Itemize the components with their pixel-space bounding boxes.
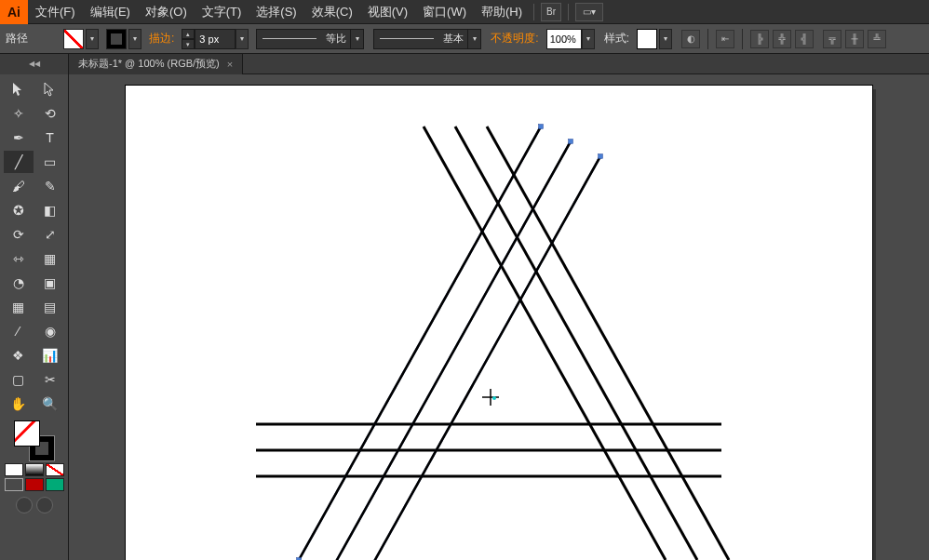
stroke-dropdown[interactable]: ▾ bbox=[128, 29, 141, 49]
type-tool[interactable]: T bbox=[35, 127, 65, 149]
recolor-artwork-icon[interactable]: ◐ bbox=[681, 30, 700, 48]
perspective-grid-tool[interactable]: ▣ bbox=[35, 272, 65, 294]
fill-stroke-indicator[interactable] bbox=[14, 420, 55, 461]
menu-window[interactable]: 窗口(W) bbox=[415, 0, 474, 24]
style-dropdown[interactable]: ▾ bbox=[659, 29, 672, 49]
color-mode-none[interactable] bbox=[46, 463, 64, 476]
menu-object[interactable]: 对象(O) bbox=[138, 0, 195, 24]
blob-brush-tool[interactable]: ✪ bbox=[4, 199, 34, 221]
paintbrush-tool[interactable]: 🖌 bbox=[4, 175, 34, 197]
profile-label: 等比 bbox=[322, 32, 350, 46]
arrange-documents-icon[interactable]: ▭▾ bbox=[575, 3, 603, 21]
mesh-tool[interactable]: ▦ bbox=[4, 296, 34, 318]
object-type-label: 路径 bbox=[6, 31, 28, 47]
align-h-center-icon[interactable]: ╬ bbox=[773, 30, 791, 48]
opacity-dropdown[interactable]: ▾ bbox=[582, 29, 595, 49]
svg-point-20 bbox=[492, 396, 496, 400]
symbol-sprayer-tool[interactable]: ❖ bbox=[4, 344, 34, 367]
pencil-tool[interactable]: ✎ bbox=[35, 175, 65, 197]
free-transform-tool[interactable]: ▦ bbox=[35, 247, 65, 270]
brush-dropdown[interactable]: ▾ bbox=[467, 30, 480, 48]
close-tab-icon[interactable]: × bbox=[227, 59, 233, 70]
control-bar: 路径 ▾ ▾ 描边: ▴▾ ▾ 等比 ▾ 基本 ▾ 不透明度: ▾ 样式: ▾ … bbox=[0, 24, 929, 54]
control-separator bbox=[742, 29, 743, 49]
magic-wand-tool[interactable]: ✧ bbox=[4, 102, 34, 125]
stroke-weight-dropdown[interactable]: ▾ bbox=[236, 29, 249, 49]
stroke-weight-input[interactable] bbox=[195, 29, 236, 49]
scale-tool[interactable]: ⤢ bbox=[35, 223, 65, 246]
svg-rect-16 bbox=[599, 154, 603, 159]
direct-selection-tool[interactable] bbox=[35, 78, 65, 100]
slice-tool[interactable]: ✂ bbox=[35, 368, 65, 391]
brush-definition[interactable]: 基本 ▾ bbox=[373, 29, 481, 49]
fill-indicator[interactable] bbox=[14, 420, 40, 447]
svg-line-2 bbox=[487, 127, 729, 560]
app-logo: Ai bbox=[0, 0, 28, 24]
align-h-left-icon[interactable]: ╠ bbox=[750, 30, 769, 48]
svg-line-11 bbox=[329, 141, 571, 560]
fill-dropdown[interactable]: ▾ bbox=[86, 29, 99, 49]
color-mode-row bbox=[5, 463, 64, 476]
menu-view[interactable]: 视图(V) bbox=[360, 0, 415, 24]
stroke-weight[interactable]: ▴▾ ▾ bbox=[182, 29, 249, 49]
lasso-tool[interactable]: ⟲ bbox=[35, 102, 65, 125]
eyedropper-tool[interactable]: ⁄ bbox=[4, 320, 34, 342]
draw-inside[interactable] bbox=[46, 478, 64, 491]
menu-separator bbox=[568, 4, 569, 20]
blend-tool[interactable]: ◉ bbox=[35, 320, 65, 342]
draw-behind[interactable] bbox=[25, 478, 44, 491]
svg-line-1 bbox=[455, 127, 697, 560]
color-mode-solid[interactable] bbox=[5, 463, 23, 476]
menu-help[interactable]: 帮助(H) bbox=[474, 0, 530, 24]
pen-tool[interactable]: ✒ bbox=[4, 127, 34, 149]
align-h-right-icon[interactable]: ╣ bbox=[795, 30, 814, 48]
menu-select[interactable]: 选择(S) bbox=[249, 0, 303, 24]
canvas-area[interactable] bbox=[69, 74, 929, 560]
bridge-icon[interactable]: Br bbox=[541, 3, 561, 21]
svg-line-0 bbox=[424, 127, 666, 560]
screen-mode-icon[interactable] bbox=[16, 497, 33, 513]
draw-normal[interactable] bbox=[5, 478, 23, 491]
variable-width-profile[interactable]: 等比 ▾ bbox=[256, 29, 364, 49]
hand-tool[interactable]: ✋ bbox=[4, 393, 34, 415]
graphic-style-swatch[interactable] bbox=[637, 29, 657, 49]
menu-effect[interactable]: 效果(C) bbox=[304, 0, 360, 24]
document-tab-title: 未标题-1* @ 100% (RGB/预览) bbox=[78, 57, 220, 71]
zoom-tool[interactable]: 🔍 bbox=[35, 393, 65, 415]
menu-separator bbox=[533, 4, 534, 20]
control-separator bbox=[707, 29, 708, 49]
align-v-middle-icon[interactable]: ╫ bbox=[845, 30, 864, 48]
width-tool[interactable]: ⇿ bbox=[4, 247, 34, 270]
svg-rect-8 bbox=[539, 125, 544, 129]
svg-line-7 bbox=[299, 127, 541, 560]
profile-dropdown[interactable]: ▾ bbox=[350, 30, 363, 48]
align-v-top-icon[interactable]: ╦ bbox=[823, 30, 841, 48]
tool-panel-handle[interactable]: ◀◀ bbox=[0, 54, 69, 74]
opacity-label: 不透明度: bbox=[491, 31, 538, 47]
rotate-tool[interactable]: ⟳ bbox=[4, 223, 34, 246]
rectangle-tool[interactable]: ▭ bbox=[35, 151, 65, 173]
menu-file[interactable]: 文件(F) bbox=[28, 0, 83, 24]
shape-builder-tool[interactable]: ◔ bbox=[4, 272, 34, 294]
align-left-icon[interactable]: ⇤ bbox=[716, 30, 734, 48]
menu-edit[interactable]: 编辑(E) bbox=[83, 0, 138, 24]
opacity-input[interactable] bbox=[546, 29, 582, 49]
artboard[interactable] bbox=[126, 86, 872, 560]
artboard-tool[interactable]: ▢ bbox=[4, 368, 34, 391]
fill-swatch[interactable] bbox=[63, 29, 84, 49]
gradient-tool[interactable]: ▤ bbox=[35, 296, 65, 318]
line-segment-tool[interactable]: ╱ bbox=[4, 151, 34, 173]
color-mode-gradient[interactable] bbox=[25, 463, 44, 476]
document-tab-strip: ◀◀ 未标题-1* @ 100% (RGB/预览) × bbox=[0, 54, 929, 74]
screen-mode-icon[interactable] bbox=[36, 497, 53, 513]
stroke-weight-arrows[interactable]: ▴▾ bbox=[182, 29, 195, 49]
stroke-swatch[interactable] bbox=[106, 29, 127, 49]
column-graph-tool[interactable]: 📊 bbox=[35, 344, 65, 367]
menu-bar: Ai 文件(F) 编辑(E) 对象(O) 文字(T) 选择(S) 效果(C) 视… bbox=[0, 0, 929, 24]
selection-tool[interactable] bbox=[4, 78, 34, 100]
align-v-bottom-icon[interactable]: ╩ bbox=[868, 30, 886, 48]
eraser-tool[interactable]: ◧ bbox=[35, 199, 65, 221]
svg-line-15 bbox=[358, 156, 600, 560]
document-tab[interactable]: 未标题-1* @ 100% (RGB/预览) × bbox=[69, 54, 243, 74]
menu-type[interactable]: 文字(T) bbox=[195, 0, 249, 24]
